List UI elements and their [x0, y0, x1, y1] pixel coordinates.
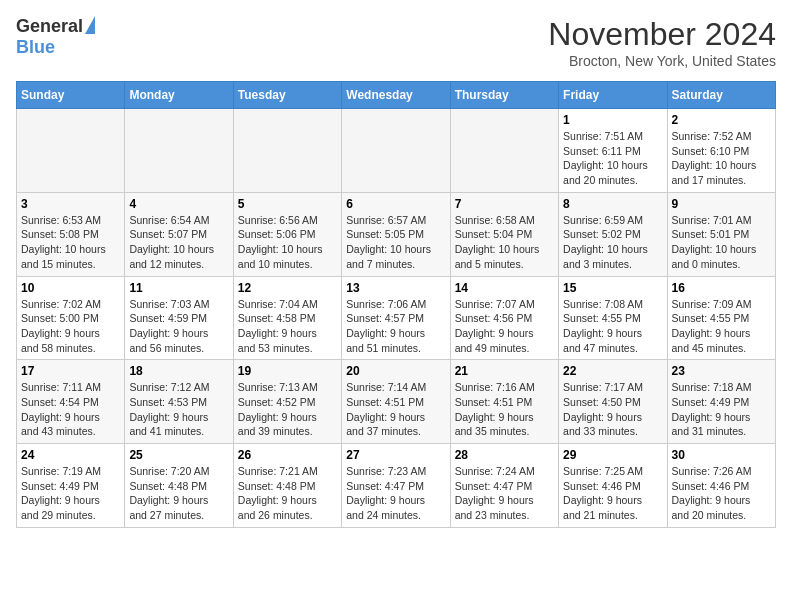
- calendar-cell: 15Sunrise: 7:08 AM Sunset: 4:55 PM Dayli…: [559, 276, 667, 360]
- page-header: General Blue November 2024 Brocton, New …: [16, 16, 776, 69]
- day-info: Sunrise: 6:58 AM Sunset: 5:04 PM Dayligh…: [455, 213, 554, 272]
- weekday-header-monday: Monday: [125, 82, 233, 109]
- day-number: 7: [455, 197, 554, 211]
- day-number: 3: [21, 197, 120, 211]
- day-info: Sunrise: 7:26 AM Sunset: 4:46 PM Dayligh…: [672, 464, 771, 523]
- weekday-header-friday: Friday: [559, 82, 667, 109]
- calendar-cell: 25Sunrise: 7:20 AM Sunset: 4:48 PM Dayli…: [125, 444, 233, 528]
- calendar-cell: [17, 109, 125, 193]
- day-number: 15: [563, 281, 662, 295]
- calendar-cell: [233, 109, 341, 193]
- calendar-week-3: 10Sunrise: 7:02 AM Sunset: 5:00 PM Dayli…: [17, 276, 776, 360]
- day-info: Sunrise: 7:23 AM Sunset: 4:47 PM Dayligh…: [346, 464, 445, 523]
- calendar-cell: 11Sunrise: 7:03 AM Sunset: 4:59 PM Dayli…: [125, 276, 233, 360]
- day-number: 17: [21, 364, 120, 378]
- calendar-cell: 3Sunrise: 6:53 AM Sunset: 5:08 PM Daylig…: [17, 192, 125, 276]
- day-number: 13: [346, 281, 445, 295]
- day-info: Sunrise: 7:25 AM Sunset: 4:46 PM Dayligh…: [563, 464, 662, 523]
- day-info: Sunrise: 7:18 AM Sunset: 4:49 PM Dayligh…: [672, 380, 771, 439]
- calendar-cell: 22Sunrise: 7:17 AM Sunset: 4:50 PM Dayli…: [559, 360, 667, 444]
- day-info: Sunrise: 7:14 AM Sunset: 4:51 PM Dayligh…: [346, 380, 445, 439]
- calendar-cell: 9Sunrise: 7:01 AM Sunset: 5:01 PM Daylig…: [667, 192, 775, 276]
- calendar-cell: 8Sunrise: 6:59 AM Sunset: 5:02 PM Daylig…: [559, 192, 667, 276]
- day-info: Sunrise: 7:16 AM Sunset: 4:51 PM Dayligh…: [455, 380, 554, 439]
- day-number: 18: [129, 364, 228, 378]
- day-number: 23: [672, 364, 771, 378]
- calendar-table: SundayMondayTuesdayWednesdayThursdayFrid…: [16, 81, 776, 528]
- calendar-cell: 16Sunrise: 7:09 AM Sunset: 4:55 PM Dayli…: [667, 276, 775, 360]
- calendar-cell: 7Sunrise: 6:58 AM Sunset: 5:04 PM Daylig…: [450, 192, 558, 276]
- logo-general-text: General: [16, 16, 83, 37]
- calendar-cell: 23Sunrise: 7:18 AM Sunset: 4:49 PM Dayli…: [667, 360, 775, 444]
- day-number: 5: [238, 197, 337, 211]
- day-info: Sunrise: 7:04 AM Sunset: 4:58 PM Dayligh…: [238, 297, 337, 356]
- day-info: Sunrise: 7:08 AM Sunset: 4:55 PM Dayligh…: [563, 297, 662, 356]
- logo-triangle-icon: [85, 16, 95, 34]
- day-info: Sunrise: 7:01 AM Sunset: 5:01 PM Dayligh…: [672, 213, 771, 272]
- weekday-header-tuesday: Tuesday: [233, 82, 341, 109]
- day-number: 19: [238, 364, 337, 378]
- calendar-week-2: 3Sunrise: 6:53 AM Sunset: 5:08 PM Daylig…: [17, 192, 776, 276]
- day-info: Sunrise: 7:12 AM Sunset: 4:53 PM Dayligh…: [129, 380, 228, 439]
- day-number: 30: [672, 448, 771, 462]
- day-number: 1: [563, 113, 662, 127]
- title-block: November 2024 Brocton, New York, United …: [548, 16, 776, 69]
- day-number: 22: [563, 364, 662, 378]
- day-info: Sunrise: 6:57 AM Sunset: 5:05 PM Dayligh…: [346, 213, 445, 272]
- logo: General Blue: [16, 16, 95, 58]
- calendar-cell: [342, 109, 450, 193]
- day-info: Sunrise: 7:17 AM Sunset: 4:50 PM Dayligh…: [563, 380, 662, 439]
- day-info: Sunrise: 7:52 AM Sunset: 6:10 PM Dayligh…: [672, 129, 771, 188]
- day-number: 24: [21, 448, 120, 462]
- day-info: Sunrise: 7:09 AM Sunset: 4:55 PM Dayligh…: [672, 297, 771, 356]
- day-number: 10: [21, 281, 120, 295]
- calendar-week-4: 17Sunrise: 7:11 AM Sunset: 4:54 PM Dayli…: [17, 360, 776, 444]
- calendar-cell: 26Sunrise: 7:21 AM Sunset: 4:48 PM Dayli…: [233, 444, 341, 528]
- day-info: Sunrise: 6:53 AM Sunset: 5:08 PM Dayligh…: [21, 213, 120, 272]
- day-number: 21: [455, 364, 554, 378]
- calendar-cell: 2Sunrise: 7:52 AM Sunset: 6:10 PM Daylig…: [667, 109, 775, 193]
- calendar-cell: 19Sunrise: 7:13 AM Sunset: 4:52 PM Dayli…: [233, 360, 341, 444]
- day-number: 25: [129, 448, 228, 462]
- day-number: 6: [346, 197, 445, 211]
- day-info: Sunrise: 7:06 AM Sunset: 4:57 PM Dayligh…: [346, 297, 445, 356]
- calendar-cell: [125, 109, 233, 193]
- day-info: Sunrise: 7:19 AM Sunset: 4:49 PM Dayligh…: [21, 464, 120, 523]
- day-info: Sunrise: 7:20 AM Sunset: 4:48 PM Dayligh…: [129, 464, 228, 523]
- day-info: Sunrise: 7:21 AM Sunset: 4:48 PM Dayligh…: [238, 464, 337, 523]
- day-number: 2: [672, 113, 771, 127]
- calendar-cell: 24Sunrise: 7:19 AM Sunset: 4:49 PM Dayli…: [17, 444, 125, 528]
- calendar-cell: 12Sunrise: 7:04 AM Sunset: 4:58 PM Dayli…: [233, 276, 341, 360]
- logo-blue-text: Blue: [16, 37, 55, 58]
- day-number: 26: [238, 448, 337, 462]
- calendar-cell: 20Sunrise: 7:14 AM Sunset: 4:51 PM Dayli…: [342, 360, 450, 444]
- calendar-cell: 1Sunrise: 7:51 AM Sunset: 6:11 PM Daylig…: [559, 109, 667, 193]
- day-info: Sunrise: 7:02 AM Sunset: 5:00 PM Dayligh…: [21, 297, 120, 356]
- calendar-cell: 30Sunrise: 7:26 AM Sunset: 4:46 PM Dayli…: [667, 444, 775, 528]
- calendar-cell: 28Sunrise: 7:24 AM Sunset: 4:47 PM Dayli…: [450, 444, 558, 528]
- calendar-cell: 6Sunrise: 6:57 AM Sunset: 5:05 PM Daylig…: [342, 192, 450, 276]
- calendar-cell: 21Sunrise: 7:16 AM Sunset: 4:51 PM Dayli…: [450, 360, 558, 444]
- calendar-cell: [450, 109, 558, 193]
- day-number: 9: [672, 197, 771, 211]
- day-info: Sunrise: 7:13 AM Sunset: 4:52 PM Dayligh…: [238, 380, 337, 439]
- calendar-week-5: 24Sunrise: 7:19 AM Sunset: 4:49 PM Dayli…: [17, 444, 776, 528]
- location-text: Brocton, New York, United States: [548, 53, 776, 69]
- day-number: 14: [455, 281, 554, 295]
- day-number: 16: [672, 281, 771, 295]
- weekday-header-row: SundayMondayTuesdayWednesdayThursdayFrid…: [17, 82, 776, 109]
- day-info: Sunrise: 7:51 AM Sunset: 6:11 PM Dayligh…: [563, 129, 662, 188]
- day-number: 28: [455, 448, 554, 462]
- day-info: Sunrise: 6:56 AM Sunset: 5:06 PM Dayligh…: [238, 213, 337, 272]
- day-number: 12: [238, 281, 337, 295]
- calendar-cell: 4Sunrise: 6:54 AM Sunset: 5:07 PM Daylig…: [125, 192, 233, 276]
- day-info: Sunrise: 6:54 AM Sunset: 5:07 PM Dayligh…: [129, 213, 228, 272]
- day-info: Sunrise: 7:11 AM Sunset: 4:54 PM Dayligh…: [21, 380, 120, 439]
- calendar-cell: 27Sunrise: 7:23 AM Sunset: 4:47 PM Dayli…: [342, 444, 450, 528]
- calendar-cell: 10Sunrise: 7:02 AM Sunset: 5:00 PM Dayli…: [17, 276, 125, 360]
- day-info: Sunrise: 6:59 AM Sunset: 5:02 PM Dayligh…: [563, 213, 662, 272]
- weekday-header-sunday: Sunday: [17, 82, 125, 109]
- day-number: 11: [129, 281, 228, 295]
- day-number: 8: [563, 197, 662, 211]
- weekday-header-thursday: Thursday: [450, 82, 558, 109]
